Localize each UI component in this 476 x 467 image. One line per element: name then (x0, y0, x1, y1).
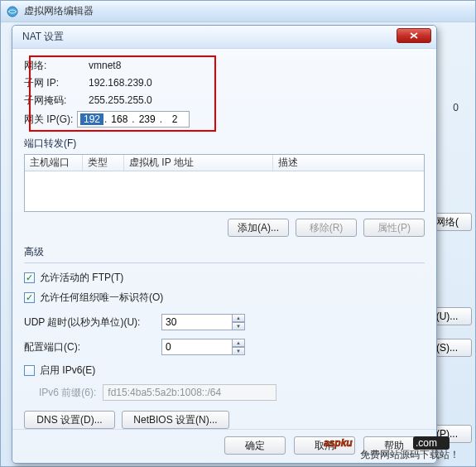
dialog-bottom-buttons: 确定 取消 帮助 (12, 429, 436, 463)
udp-spinner: ▲ ▼ (161, 314, 245, 330)
udp-up-button[interactable]: ▲ (232, 314, 245, 322)
parent-title: 虚拟网络编辑器 (24, 4, 94, 18)
org-row: 允许任何组织唯一标识符(O) (24, 288, 425, 306)
gateway-oct3[interactable] (136, 113, 159, 125)
config-port-spinner: ▲ ▼ (161, 339, 245, 355)
gateway-row: 网关 IP(G): . . . (24, 110, 425, 128)
remove-button[interactable]: 移除(R) (296, 219, 357, 237)
port-table-body[interactable] (25, 171, 424, 211)
port-forward-title: 端口转发(F) (24, 137, 425, 151)
subnet-row: 子网 IP: 192.168.239.0 (24, 75, 425, 91)
properties-button[interactable]: 属性(P) (363, 219, 425, 237)
advanced-title: 高级 (24, 245, 425, 259)
ipv6-row: 启用 IPv6(E) (24, 361, 425, 379)
network-label: 网络: (24, 59, 77, 73)
add-button[interactable]: 添加(A)... (228, 219, 289, 237)
gateway-input[interactable]: . . . (77, 111, 190, 128)
dialog-titlebar[interactable]: NAT 设置 (12, 26, 436, 49)
subnet-label: 子网 IP: (24, 76, 77, 90)
parent-titlebar: 虚拟网络编辑器 (1, 1, 475, 22)
col-host[interactable]: 主机端口 (25, 155, 83, 171)
prefix-input (103, 384, 276, 401)
mask-value: 255.255.255.0 (89, 94, 152, 106)
ftp-row: 允许活动的 FTP(T) (24, 268, 425, 286)
ipv6-label: 启用 IPv6(E) (40, 363, 95, 378)
help-button[interactable]: 帮助 (363, 436, 425, 455)
org-checkbox[interactable] (24, 292, 35, 303)
config-port-row: 配置端口(C): ▲ ▼ (24, 338, 425, 356)
port-button-row: 添加(A)... 移除(R) 属性(P) (24, 219, 425, 237)
subnet-value: 192.168.239.0 (89, 77, 152, 89)
ftp-label: 允许活动的 FTP(T) (40, 271, 123, 285)
udp-spin-buttons: ▲ ▼ (232, 314, 245, 330)
port-forward-group: 端口转发(F) 主机端口 类型 虚拟机 IP 地址 描述 添加(A)... 移除… (24, 137, 425, 237)
advanced-group: 高级 允许活动的 FTP(T) 允许任何组织唯一标识符(O) UDP 超时(以秒… (24, 245, 425, 429)
mask-label: 子网掩码: (24, 94, 77, 108)
config-port-down-button[interactable]: ▼ (232, 347, 245, 355)
dialog-title: NAT 设置 (22, 30, 64, 44)
udp-label: UDP 超时(以秒为单位)(U): (24, 315, 156, 330)
svg-point-0 (7, 7, 17, 17)
col-vm[interactable]: 虚拟机 IP 地址 (124, 155, 273, 171)
col-desc[interactable]: 描述 (273, 155, 424, 171)
dns-button[interactable]: DNS 设置(D)... (24, 411, 115, 429)
dns-netbios-row: DNS 设置(D)... NetBIOS 设置(N)... (24, 411, 425, 429)
side-text0: 0 (453, 102, 459, 113)
close-button[interactable] (397, 28, 431, 43)
gateway-oct2[interactable] (108, 113, 131, 125)
network-value: vmnet8 (89, 60, 121, 71)
gateway-oct4[interactable] (163, 113, 186, 125)
cancel-button[interactable]: 取消 (294, 436, 355, 455)
prefix-label: IPv6 前缀(6): (39, 386, 96, 400)
ipv6-checkbox[interactable] (24, 365, 35, 376)
divider (24, 262, 425, 263)
ftp-checkbox[interactable] (24, 272, 35, 283)
org-label: 允许任何组织唯一标识符(O) (40, 291, 163, 305)
gateway-oct1[interactable] (80, 113, 103, 125)
gateway-label: 网关 IP(G): (24, 113, 77, 127)
udp-row: UDP 超时(以秒为单位)(U): ▲ ▼ (24, 313, 425, 331)
network-row: 网络: vmnet8 (24, 57, 425, 74)
prefix-row: IPv6 前缀(6): (39, 384, 425, 401)
mask-row: 子网掩码: 255.255.255.0 (24, 92, 425, 108)
netbios-button[interactable]: NetBIOS 设置(N)... (122, 411, 229, 429)
close-icon (410, 32, 418, 39)
port-forward-table[interactable]: 主机端口 类型 虚拟机 IP 地址 描述 (24, 154, 425, 212)
nat-settings-dialog: NAT 设置 网络: vmnet8 子网 IP: 192.168.239.0 子… (12, 25, 437, 464)
config-port-spin-buttons: ▲ ▼ (232, 339, 245, 355)
dialog-body: 网络: vmnet8 子网 IP: 192.168.239.0 子网掩码: 25… (12, 49, 436, 429)
config-port-input[interactable] (161, 339, 233, 355)
config-port-up-button[interactable]: ▲ (232, 339, 245, 347)
udp-input[interactable] (161, 314, 233, 330)
config-port-label: 配置端口(C): (24, 340, 156, 354)
udp-down-button[interactable]: ▼ (232, 322, 245, 330)
col-type[interactable]: 类型 (83, 155, 124, 171)
app-icon (6, 5, 19, 18)
ok-button[interactable]: 确定 (224, 436, 286, 455)
port-table-header: 主机端口 类型 虚拟机 IP 地址 描述 (25, 155, 424, 171)
